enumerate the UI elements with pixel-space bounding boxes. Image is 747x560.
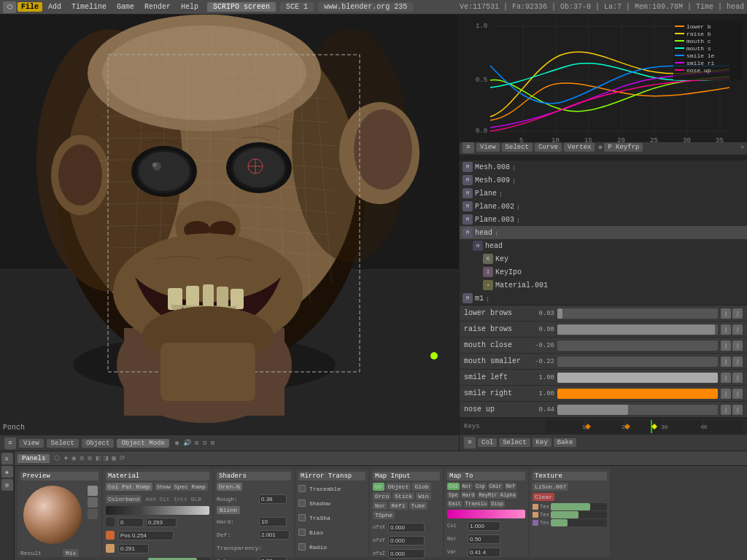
sk-row-slider[interactable] bbox=[557, 308, 718, 319]
csp-btn[interactable]: Csp bbox=[474, 483, 487, 490]
outliner-item[interactable]: M Plane | bbox=[460, 187, 747, 200]
sk-row-slider[interactable] bbox=[557, 373, 718, 383]
radio-check[interactable] bbox=[298, 543, 306, 551]
sk-icon-1[interactable]: | bbox=[721, 357, 731, 367]
col-btn[interactable]: Col bbox=[447, 483, 460, 490]
ref-btn[interactable]: Ref bbox=[505, 483, 517, 490]
outliner-item[interactable]: M Plane.002 | bbox=[460, 200, 747, 213]
mix-btn[interactable]: Mix bbox=[63, 549, 79, 557]
sk-icon-2[interactable]: | bbox=[732, 308, 743, 319]
disp-btn[interactable]: Disp bbox=[489, 500, 505, 508]
outliner-item[interactable]: I KeyIpo bbox=[460, 265, 747, 279]
tex-slider-2[interactable] bbox=[551, 511, 607, 518]
graph-vertex-btn[interactable]: Vertex bbox=[564, 143, 595, 152]
object-btn[interactable]: Object bbox=[386, 483, 411, 491]
orco-btn[interactable]: Orco bbox=[373, 492, 391, 500]
sk-icon-1[interactable]: | bbox=[721, 324, 731, 335]
trasha-check[interactable] bbox=[298, 514, 306, 521]
colorband-btn[interactable]: Colorband bbox=[106, 495, 142, 503]
menu-render[interactable]: Render bbox=[140, 2, 175, 12]
hard-input[interactable] bbox=[259, 517, 287, 526]
bottom-bar-icon[interactable]: ≡ bbox=[1, 453, 13, 464]
clear-btn[interactable]: Clear bbox=[533, 493, 554, 501]
sk-icon-2[interactable]: | bbox=[732, 341, 743, 351]
preview-ctrl-3[interactable] bbox=[88, 509, 98, 519]
tab-scripo[interactable]: SCRIPO screen bbox=[207, 2, 276, 12]
bottom-settings-icon[interactable]: ⚙ bbox=[1, 479, 13, 491]
object-mode-button[interactable]: Object Mode bbox=[117, 439, 169, 448]
graph-view-btn[interactable]: View bbox=[476, 143, 500, 152]
cmir-btn[interactable]: Cmir bbox=[488, 483, 503, 490]
color-g-input[interactable] bbox=[146, 518, 177, 527]
outliner-item[interactable]: • Material.001 bbox=[460, 279, 747, 292]
outliner-item[interactable]: M m1 | bbox=[460, 292, 747, 305]
tex-name-btn[interactable]: LiSon.007 bbox=[533, 483, 568, 491]
col-val-input[interactable] bbox=[468, 521, 500, 531]
tex-slider-3[interactable] bbox=[551, 519, 607, 526]
sk-icon-1[interactable]: | bbox=[721, 373, 731, 383]
color-map-bar[interactable] bbox=[447, 510, 525, 518]
sk-icon-2[interactable]: | bbox=[732, 373, 743, 383]
bias-check[interactable] bbox=[298, 529, 306, 536]
color-swatch-dark[interactable] bbox=[106, 518, 115, 526]
sk-icon-2[interactable]: | bbox=[732, 405, 743, 415]
sk-key-btn[interactable]: Key bbox=[533, 438, 551, 447]
sk-row-slider[interactable] bbox=[557, 357, 718, 367]
graph-menu-icon[interactable]: ≡ bbox=[462, 141, 474, 153]
nor-map-btn[interactable]: Nor bbox=[461, 483, 473, 490]
color-gradient-bar[interactable] bbox=[106, 506, 209, 515]
tex-slider-1[interactable] bbox=[551, 503, 607, 510]
select-button[interactable]: Select bbox=[47, 439, 79, 448]
spec-ramp-btn[interactable]: Show Spec Ramp bbox=[155, 483, 208, 491]
emit-btn[interactable]: Emit bbox=[447, 500, 462, 508]
ofsx-input[interactable] bbox=[388, 523, 425, 532]
win-btn[interactable]: Win bbox=[416, 492, 430, 500]
spec-map-btn[interactable]: Spe bbox=[447, 491, 460, 499]
raymir-btn[interactable]: RayMir Alpha bbox=[477, 491, 516, 499]
graph-editor[interactable]: 1.0 0.5 0.0 5 bbox=[460, 15, 747, 160]
stick-btn[interactable]: Stick bbox=[392, 492, 414, 500]
sk-row-slider[interactable] bbox=[557, 389, 718, 399]
sk-col-btn[interactable]: Col bbox=[478, 438, 497, 447]
outliner-item[interactable]: M Mesh.009 | bbox=[460, 174, 747, 187]
sk-icon-1[interactable]: | bbox=[721, 341, 731, 351]
sk-row-slider[interactable] bbox=[557, 341, 718, 351]
preview-ctrl-2[interactable] bbox=[88, 497, 98, 508]
ofsy-input[interactable] bbox=[388, 536, 425, 545]
nor-val-input[interactable] bbox=[468, 534, 500, 544]
tsphe-btn[interactable]: TSphe bbox=[373, 511, 395, 519]
sk-bake-btn[interactable]: Bake bbox=[554, 438, 577, 447]
bottom-panel-icon[interactable]: ◈ bbox=[1, 466, 13, 478]
sk-icon-2[interactable]: | bbox=[732, 389, 743, 399]
color-swatch-mid[interactable] bbox=[106, 531, 115, 540]
blinn-btn[interactable]: Blinn bbox=[217, 506, 240, 514]
oren-n-btn[interactable]: Oren-N bbox=[217, 483, 242, 491]
refl-btn[interactable]: Refl bbox=[389, 502, 407, 510]
graph-curve-btn[interactable]: Curve bbox=[535, 143, 562, 152]
traceable-check[interactable] bbox=[298, 485, 306, 492]
color-pos-input[interactable] bbox=[118, 531, 174, 540]
col-pat-romp-btn[interactable]: Col Pat Romp bbox=[106, 483, 152, 491]
glob-btn[interactable]: Glob bbox=[412, 483, 430, 491]
menu-game[interactable]: Game bbox=[112, 2, 139, 12]
graph-close[interactable]: ✕ bbox=[740, 144, 744, 150]
var-input[interactable] bbox=[468, 548, 500, 557]
nor-btn[interactable]: Nor bbox=[373, 502, 387, 510]
view-button[interactable]: View bbox=[19, 439, 44, 448]
sk-icon-2[interactable]: | bbox=[732, 357, 743, 367]
menu-add[interactable]: Add bbox=[44, 2, 66, 12]
graph-select-btn[interactable]: Select bbox=[502, 143, 533, 152]
sk-select-btn[interactable]: Select bbox=[499, 438, 530, 447]
sk-icon-1[interactable]: | bbox=[721, 389, 731, 399]
def-input[interactable] bbox=[259, 530, 290, 540]
color-swatch-light[interactable] bbox=[106, 544, 115, 553]
outliner-item[interactable]: m head bbox=[460, 239, 747, 252]
menu-timeline[interactable]: Timeline bbox=[67, 2, 111, 12]
uv-btn[interactable]: UV bbox=[373, 483, 384, 491]
ofsz-input[interactable] bbox=[388, 549, 425, 559]
color-r-input[interactable] bbox=[118, 518, 144, 527]
outliner-item[interactable]: M Mesh.008 | bbox=[460, 160, 747, 174]
panels-tab[interactable]: Panels bbox=[18, 454, 50, 463]
menu-help[interactable]: Help bbox=[177, 2, 203, 12]
sk-row-slider[interactable] bbox=[557, 324, 718, 335]
